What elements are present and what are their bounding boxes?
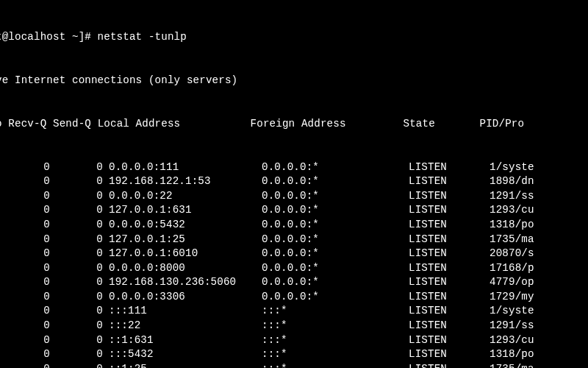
cell-pid-program: 1/syste bbox=[490, 304, 534, 319]
cell-state: LISTEN bbox=[409, 233, 490, 247]
cell-state: LISTEN bbox=[409, 247, 490, 261]
cell-state: LISTEN bbox=[409, 261, 490, 276]
cell-send-q: 0 bbox=[50, 304, 103, 319]
cell-pid-program: 4779/op bbox=[490, 275, 534, 290]
cell-local-address: :::5432 bbox=[103, 347, 256, 362]
cell-foreign-address: 0.0.0.0:* bbox=[256, 247, 409, 261]
cell-state: LISTEN bbox=[409, 290, 490, 305]
cell-recv-q: 0 bbox=[0, 347, 50, 362]
cell-pid-program: 1293/cu bbox=[490, 333, 534, 348]
cell-state: LISTEN bbox=[409, 275, 490, 290]
cell-local-address: 127.0.0.1:6010 bbox=[103, 247, 256, 261]
cell-recv-q: 0 bbox=[0, 203, 50, 218]
cell-pid-program: 1735/ma bbox=[490, 362, 534, 368]
cell-local-address: ::1:25 bbox=[103, 362, 256, 368]
header-text: ve Internet connections (only servers) bbox=[0, 74, 237, 86]
cell-local-address: 127.0.0.1:631 bbox=[103, 203, 256, 218]
cell-local-address: 0.0.0.0:111 bbox=[103, 160, 256, 175]
cell-foreign-address: :::* bbox=[256, 347, 409, 362]
table-row: 00:::5432:::*LISTEN1318/po bbox=[0, 347, 588, 362]
cell-foreign-address: 0.0.0.0:* bbox=[256, 189, 409, 204]
cell-state: LISTEN bbox=[409, 203, 490, 218]
cell-foreign-address: 0.0.0.0:* bbox=[256, 174, 409, 189]
cell-state: LISTEN bbox=[409, 189, 490, 204]
col-state: State bbox=[404, 118, 435, 130]
cell-recv-q: 0 bbox=[0, 290, 50, 305]
cell-recv-q: 0 bbox=[0, 247, 50, 261]
table-row: 00192.168.122.1:530.0.0.0:*LISTEN1898/dn bbox=[0, 174, 588, 189]
cell-send-q: 0 bbox=[50, 362, 103, 368]
table-row: 000.0.0.0:80000.0.0.0:*LISTEN17168/p bbox=[0, 261, 588, 276]
cell-recv-q: 0 bbox=[0, 261, 50, 276]
cell-recv-q: 0 bbox=[0, 319, 50, 333]
cell-recv-q: 0 bbox=[0, 218, 50, 233]
cell-local-address: :::111 bbox=[103, 304, 256, 319]
cell-send-q: 0 bbox=[50, 347, 103, 362]
cell-foreign-address: :::* bbox=[256, 333, 409, 348]
cell-foreign-address: 0.0.0.0:* bbox=[256, 290, 409, 305]
cell-state: LISTEN bbox=[409, 174, 490, 189]
cell-recv-q: 0 bbox=[0, 304, 50, 319]
cell-pid-program: 1293/cu bbox=[490, 203, 534, 218]
cell-pid-program: 1898/dn bbox=[490, 174, 534, 189]
col-local: Local Address bbox=[98, 118, 181, 130]
table-row: 00192.168.130.236:50600.0.0.0:*LISTEN477… bbox=[0, 275, 588, 290]
cell-local-address: 0.0.0.0:3306 bbox=[103, 290, 256, 305]
cell-recv-q: 0 bbox=[0, 174, 50, 189]
cell-foreign-address: 0.0.0.0:* bbox=[256, 261, 409, 276]
cell-state: LISTEN bbox=[409, 333, 490, 348]
cell-recv-q: 0 bbox=[0, 275, 50, 290]
connection-rows: 000.0.0.0:1110.0.0.0:*LISTEN1/syste00192… bbox=[0, 160, 588, 368]
cell-pid-program: 20870/s bbox=[490, 247, 534, 261]
table-row: 000.0.0.0:33060.0.0.0:*LISTEN1729/my bbox=[0, 290, 588, 305]
cell-recv-q: 0 bbox=[0, 160, 50, 175]
cell-send-q: 0 bbox=[50, 275, 103, 290]
cell-local-address: 127.0.0.1:25 bbox=[103, 233, 256, 247]
prompt-text: t@localhost ~]# netstat -tunlp bbox=[0, 31, 187, 43]
cell-send-q: 0 bbox=[50, 261, 103, 276]
cell-send-q: 0 bbox=[50, 160, 103, 175]
terminal-output[interactable]: t@localhost ~]# netstat -tunlp ve Intern… bbox=[0, 0, 588, 368]
table-row: 000.0.0.0:220.0.0.0:*LISTEN1291/ss bbox=[0, 189, 588, 204]
cell-local-address: ::1:631 bbox=[103, 333, 256, 348]
cell-send-q: 0 bbox=[50, 233, 103, 247]
col-sendq: Send-Q bbox=[53, 118, 91, 130]
cell-foreign-address: 0.0.0.0:* bbox=[256, 233, 409, 247]
cell-pid-program: 17168/p bbox=[490, 261, 534, 276]
table-row: 00127.0.0.1:60100.0.0.0:*LISTEN20870/s bbox=[0, 247, 588, 261]
col-foreign: Foreign Address bbox=[251, 118, 346, 130]
table-row: 00::1:25:::*LISTEN1735/ma bbox=[0, 362, 588, 368]
cell-recv-q: 0 bbox=[0, 233, 50, 247]
cell-pid-program: 1735/ma bbox=[490, 233, 534, 247]
cell-foreign-address: 0.0.0.0:* bbox=[256, 160, 409, 175]
cell-local-address: 0.0.0.0:5432 bbox=[103, 218, 256, 233]
cell-state: LISTEN bbox=[409, 218, 490, 233]
cell-recv-q: 0 bbox=[0, 333, 50, 348]
cell-state: LISTEN bbox=[409, 304, 490, 319]
cell-pid-program: 1291/ss bbox=[490, 319, 534, 333]
table-row: 000.0.0.0:54320.0.0.0:*LISTEN1318/po bbox=[0, 218, 588, 233]
table-row: 00127.0.0.1:250.0.0.0:*LISTEN1735/ma bbox=[0, 233, 588, 247]
table-row: 00:::22:::*LISTEN1291/ss bbox=[0, 319, 588, 333]
cell-foreign-address: 0.0.0.0:* bbox=[256, 275, 409, 290]
shell-prompt: t@localhost ~]# netstat -tunlp bbox=[0, 30, 588, 45]
cell-recv-q: 0 bbox=[0, 362, 50, 368]
cell-send-q: 0 bbox=[50, 218, 103, 233]
cell-recv-q: 0 bbox=[0, 189, 50, 204]
cell-send-q: 0 bbox=[50, 174, 103, 189]
cell-send-q: 0 bbox=[50, 290, 103, 305]
output-header: ve Internet connections (only servers) bbox=[0, 74, 588, 88]
cell-foreign-address: 0.0.0.0:* bbox=[256, 203, 409, 218]
cell-foreign-address: :::* bbox=[256, 319, 409, 333]
cell-send-q: 0 bbox=[50, 247, 103, 261]
cell-pid-program: 1/syste bbox=[490, 160, 534, 175]
cell-pid-program: 1318/po bbox=[490, 347, 534, 362]
cell-pid-program: 1291/ss bbox=[490, 189, 534, 204]
cell-state: LISTEN bbox=[409, 319, 490, 333]
cell-local-address: 192.168.130.236:5060 bbox=[103, 275, 256, 290]
cell-state: LISTEN bbox=[409, 347, 490, 362]
cell-state: LISTEN bbox=[409, 160, 490, 175]
cell-foreign-address: :::* bbox=[256, 362, 409, 368]
cell-send-q: 0 bbox=[50, 203, 103, 218]
cell-pid-program: 1729/my bbox=[490, 290, 534, 305]
